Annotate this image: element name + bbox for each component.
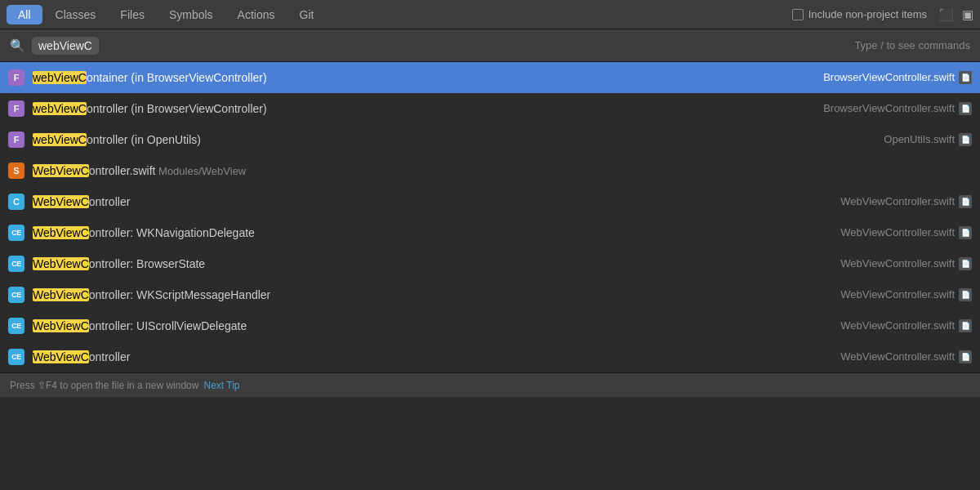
file-icon: 📄 xyxy=(959,350,972,363)
search-input-container[interactable]: webViewC xyxy=(32,37,99,55)
file-icon: 📄 xyxy=(959,288,972,301)
result-name: WebViewController: WKScriptMessageHandle… xyxy=(33,288,832,301)
search-icon: 🔍 xyxy=(10,38,25,53)
tab-bar: All Classes Files Symbols Actions Git In… xyxy=(0,0,980,29)
next-tip-link[interactable]: Next Tip xyxy=(203,380,239,391)
result-badge: CE xyxy=(8,349,24,365)
filter-icon[interactable]: ⬛ xyxy=(938,7,954,22)
result-filename: WebViewController.swift📄 xyxy=(840,226,972,239)
result-badge: F xyxy=(8,131,24,148)
file-icon: 📄 xyxy=(959,102,972,115)
status-hint-text: Press ⇧F4 to open the file in a new wind… xyxy=(10,380,198,391)
file-icon: 📄 xyxy=(959,195,972,208)
search-hint: Type / to see commands xyxy=(854,39,970,51)
result-row[interactable]: FwebViewController (in OpenUtils)OpenUti… xyxy=(0,124,980,155)
result-badge: CE xyxy=(8,287,24,303)
result-badge: S xyxy=(8,163,24,179)
result-name: WebViewController xyxy=(33,195,832,208)
result-filename: BrowserViewController.swift📄 xyxy=(823,102,972,115)
result-name: WebViewController: BrowserState xyxy=(33,257,832,270)
result-filename: WebViewController.swift📄 xyxy=(840,195,972,208)
tab-classes[interactable]: Classes xyxy=(44,5,108,24)
result-name: webViewController (in BrowserViewControl… xyxy=(33,102,815,115)
result-filename: BrowserViewController.swift📄 xyxy=(823,71,972,84)
search-bar: 🔍 webViewC Type / to see commands xyxy=(0,29,980,62)
include-non-project-checkbox[interactable] xyxy=(792,9,804,20)
file-icon: 📄 xyxy=(959,71,972,84)
result-filename: WebViewController.swift📄 xyxy=(840,288,972,301)
result-badge: CE xyxy=(8,256,24,272)
result-name: webViewContainer (in BrowserViewControll… xyxy=(33,71,815,84)
tab-git[interactable]: Git xyxy=(288,5,326,24)
result-name: WebViewController xyxy=(33,350,832,363)
result-row[interactable]: CEWebViewController: WKScriptMessageHand… xyxy=(0,279,980,310)
result-filename: OpenUtils.swift📄 xyxy=(884,133,972,146)
result-filename: WebViewController.swift📄 xyxy=(840,319,972,332)
result-name: WebViewController: UIScrollViewDelegate xyxy=(33,319,832,332)
file-icon: 📄 xyxy=(959,257,972,270)
status-bar: Press ⇧F4 to open the file in a new wind… xyxy=(0,372,980,397)
result-row[interactable]: CWebViewControllerWebViewController.swif… xyxy=(0,186,980,217)
results-list: FwebViewContainer (in BrowserViewControl… xyxy=(0,62,980,372)
result-name: webViewController (in OpenUtils) xyxy=(33,133,875,146)
include-non-project-label[interactable]: Include non-project items xyxy=(792,8,927,20)
result-badge: CE xyxy=(8,225,24,241)
include-non-project-text: Include non-project items xyxy=(808,8,927,20)
result-name: WebViewController.swift Modules/WebView xyxy=(33,164,972,177)
search-input-value[interactable]: webViewC xyxy=(38,39,92,52)
result-row[interactable]: CEWebViewController: BrowserStateWebView… xyxy=(0,248,980,279)
result-badge: F xyxy=(8,69,24,86)
result-row[interactable]: FwebViewContainer (in BrowserViewControl… xyxy=(0,62,980,93)
file-icon: 📄 xyxy=(959,226,972,239)
result-row[interactable]: SWebViewController.swift Modules/WebView xyxy=(0,155,980,186)
result-filename: WebViewController.swift📄 xyxy=(840,350,972,363)
layout-icon[interactable]: ▣ xyxy=(962,7,973,22)
tab-actions[interactable]: Actions xyxy=(226,5,287,24)
top-icons: ⬛ ▣ xyxy=(938,7,973,22)
tab-files[interactable]: Files xyxy=(109,5,156,24)
result-row[interactable]: FwebViewController (in BrowserViewContro… xyxy=(0,93,980,124)
result-badge: F xyxy=(8,100,24,117)
file-icon: 📄 xyxy=(959,319,972,332)
result-name: WebViewController: WKNavigationDelegate xyxy=(33,226,832,239)
result-badge: C xyxy=(8,194,24,210)
tab-all[interactable]: All xyxy=(7,5,42,24)
result-badge: CE xyxy=(8,318,24,334)
result-row[interactable]: CEWebViewController: WKNavigationDelegat… xyxy=(0,217,980,248)
file-icon: 📄 xyxy=(959,133,972,146)
result-row[interactable]: CEWebViewControllerWebViewController.swi… xyxy=(0,341,980,372)
result-filename: WebViewController.swift📄 xyxy=(840,257,972,270)
tab-symbols[interactable]: Symbols xyxy=(158,5,225,24)
result-row[interactable]: CEWebViewController: UIScrollViewDelegat… xyxy=(0,310,980,341)
